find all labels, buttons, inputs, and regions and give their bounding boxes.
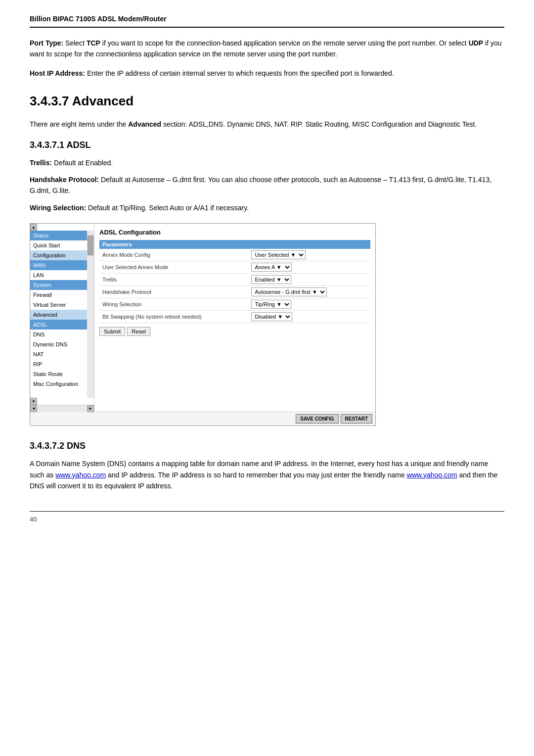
host-ip-text: Enter the IP address of certain internal… (87, 69, 394, 77)
handshake-text: Default at Autosense – G.dmt first. You … (30, 176, 491, 194)
sidebar-item-firewall[interactable]: Firewall (30, 290, 87, 300)
sidebar-scroll-container: Status Quick Start Configuration WAN LAN… (30, 231, 94, 398)
scroll-up-button[interactable]: ▲ (30, 224, 37, 231)
sidebar-item-wan[interactable]: WAN (30, 260, 87, 270)
user-annex-label: User Selected Annex Mode (99, 261, 248, 274)
bitswap-label: Bit Swapping (No system reboot needed) (99, 311, 248, 323)
horizontal-scrollbar[interactable]: ◄ ► (30, 405, 94, 412)
adsl-config-title: ADSL Configuration (99, 229, 370, 236)
port-type-paragraph: Port Type: Select TCP if you want to sco… (30, 38, 504, 60)
scroll-down-button[interactable]: ▼ (30, 398, 37, 405)
table-row: User Selected Annex Mode Annex A ▼ (99, 261, 370, 274)
page-footer: 40 (30, 511, 504, 523)
form-buttons: Submit Reset (99, 327, 370, 336)
trellis-row-control: Enabled ▼ (248, 274, 370, 286)
user-annex-select[interactable]: Annex A ▼ (251, 263, 292, 272)
port-type-text: Select TCP if you want to scope for the … (30, 39, 502, 58)
yahoo-link-1[interactable]: www.yahoo.com (55, 471, 106, 479)
sidebar-item-nat[interactable]: NAT (30, 349, 87, 359)
host-ip-paragraph: Host IP Address: Enter the IP address of… (30, 68, 504, 79)
submit-button[interactable]: Submit (99, 327, 125, 336)
router-bottom-bar: SAVE CONFIG RESTART (30, 412, 375, 425)
wiring-label: Wiring Selection: (30, 204, 86, 212)
yahoo-link-2[interactable]: www.yahoo.com (407, 471, 457, 479)
handshake-label: Handshake Protocol: (30, 176, 99, 184)
trellis-label: Trellis: (30, 159, 52, 167)
user-annex-control: Annex A ▼ (248, 261, 370, 274)
vertical-scrollbar[interactable] (87, 231, 94, 398)
page: Billion BIPAC 7100S ADSL Modem/Router Po… (0, 0, 534, 756)
router-ui-body: ▲ Status Quick Start Configuration WAN L… (30, 224, 375, 412)
handshake-desc: Handshake Protocol: Default at Autosense… (30, 174, 504, 196)
restart-button[interactable]: RESTART (341, 414, 372, 424)
sidebar-item-system[interactable]: System (30, 280, 87, 290)
sidebar-item-dynamicdns[interactable]: Dynamic DNS (30, 339, 87, 349)
scrollbar-track (87, 231, 94, 398)
wiring-desc: Wiring Selection: Default at Tip/Ring. S… (30, 202, 504, 213)
annex-mode-label: Annex Mode Config (99, 249, 248, 261)
h-scroll-left[interactable]: ◄ (30, 405, 37, 412)
sidebar-item-staticroute[interactable]: Static Route (30, 369, 87, 379)
bitswap-select[interactable]: Disabled ▼ (251, 312, 292, 321)
table-row: Wiring Selection Tip/Ring ▼ (99, 298, 370, 311)
sidebar-item-configuration[interactable]: Configuration (30, 250, 87, 260)
handshake-select[interactable]: Autosense - G.dmt first ▼ (251, 287, 327, 296)
wiring-select[interactable]: Tip/Ring ▼ (251, 300, 291, 309)
wiring-row-control: Tip/Ring ▼ (248, 298, 370, 311)
table-row: Bit Swapping (No system reboot needed) D… (99, 311, 370, 323)
wiring-row-label: Wiring Selection (99, 298, 248, 311)
sidebar-item-adsl[interactable]: ADSL (30, 320, 87, 330)
h-scroll-track (37, 405, 87, 412)
sidebar-item-dns[interactable]: DNS (30, 330, 87, 339)
sidebar-list: Status Quick Start Configuration WAN LAN… (30, 231, 87, 398)
sidebar-item-quickstart[interactable]: Quick Start (30, 240, 87, 250)
router-ui-screenshot: ▲ Status Quick Start Configuration WAN L… (30, 223, 376, 426)
config-table: Annex Mode Config User Selected ▼ User S… (99, 249, 370, 323)
bitswap-control: Disabled ▼ (248, 311, 370, 323)
page-number: 40 (30, 516, 37, 523)
advanced-bold: Advanced (128, 120, 161, 128)
main-content: ADSL Configuration Parameters Annex Mode… (94, 224, 375, 412)
section-3471-heading: 3.4.3.7.1 ADSL (30, 140, 504, 150)
sidebar-item-rip[interactable]: RIP (30, 359, 87, 369)
table-row: Trellis Enabled ▼ (99, 274, 370, 286)
sidebar-item-virtualserver[interactable]: Virtual Server (30, 300, 87, 310)
sidebar-item-advanced[interactable]: Advanced (30, 310, 87, 320)
trellis-text: Default at Enabled. (54, 159, 113, 167)
dns-description: A Domain Name System (DNS) contains a ma… (30, 458, 504, 491)
annex-mode-control: User Selected ▼ (248, 249, 370, 261)
sidebar: ▲ Status Quick Start Configuration WAN L… (30, 224, 94, 412)
scrollbar-thumb[interactable] (88, 236, 93, 255)
sidebar-item-status[interactable]: Status (30, 231, 87, 240)
trellis-row-label: Trellis (99, 274, 248, 286)
sidebar-item-lan[interactable]: LAN (30, 270, 87, 280)
table-row: Handshake Protocol Autosense - G.dmt fir… (99, 286, 370, 298)
sidebar-item-miscconfig[interactable]: Misc Configuration (30, 379, 87, 389)
section-347-heading: 3.4.3.7 Advanced (30, 94, 504, 109)
save-config-button[interactable]: SAVE CONFIG (296, 414, 338, 424)
handshake-row-label: Handshake Protocol (99, 286, 248, 298)
reset-button[interactable]: Reset (127, 327, 150, 336)
params-header: Parameters (99, 240, 370, 249)
trellis-select[interactable]: Enabled ▼ (251, 275, 291, 284)
port-type-label: Port Type: (30, 39, 63, 47)
table-row: Annex Mode Config User Selected ▼ (99, 249, 370, 261)
header-title: Billion BIPAC 7100S ADSL Modem/Router (30, 15, 167, 23)
h-scroll-right[interactable]: ► (87, 405, 94, 412)
section-347-desc: There are eight items under the Advanced… (30, 119, 504, 130)
page-header: Billion BIPAC 7100S ADSL Modem/Router (30, 15, 504, 28)
annex-mode-select[interactable]: User Selected ▼ (251, 250, 306, 259)
section-3472-heading: 3.4.3.7.2 DNS (30, 441, 504, 451)
wiring-text: Default at Tip/Ring. Select Auto or A/A1… (88, 204, 249, 212)
trellis-desc: Trellis: Default at Enabled. (30, 157, 504, 168)
handshake-row-control: Autosense - G.dmt first ▼ (248, 286, 370, 298)
host-ip-label: Host IP Address: (30, 69, 85, 77)
